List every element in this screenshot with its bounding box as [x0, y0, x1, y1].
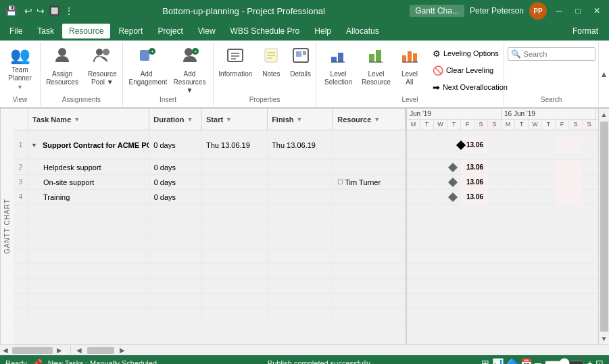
gantt-h-scroll-thumb[interactable]	[87, 347, 114, 354]
table-row[interactable]: 2 Helpdesk support 0 days	[14, 160, 406, 175]
format-tab[interactable]: Format	[566, 25, 605, 37]
task-name-header[interactable]: Task Name ▼	[28, 109, 149, 130]
gcol-2	[420, 138, 434, 153]
table-row[interactable]: 1 ▼ Support Contract for ACME PO#1234 0 …	[14, 130, 406, 160]
menu-report[interactable]: Report	[112, 24, 149, 38]
table-row-empty[interactable]	[14, 294, 406, 309]
menu-file[interactable]: File	[3, 24, 29, 38]
table-row-empty[interactable]	[14, 219, 406, 234]
menu-project[interactable]: Project	[151, 24, 189, 38]
day-T1: T	[420, 120, 434, 130]
menu-view[interactable]: View	[191, 24, 222, 38]
resource-pool-btn[interactable]: ResourcePool ▼	[84, 43, 121, 88]
scroll-left-btn[interactable]: ◀	[0, 346, 11, 354]
level-resource-btn[interactable]: LevelResource	[358, 43, 395, 88]
table-row-empty[interactable]	[14, 264, 406, 279]
status-left: Ready 📌 New Tasks : Manually Scheduled	[5, 359, 157, 364]
scroll-down-btn[interactable]: ▼	[599, 333, 609, 344]
row-1-resource	[333, 130, 406, 159]
row-2-task: Helpdesk support	[28, 160, 150, 174]
minimize-btn[interactable]: ─	[552, 4, 566, 18]
gcol-10	[529, 138, 542, 153]
user-avatar[interactable]: PP	[529, 2, 547, 20]
h-scroll-thumb[interactable]	[12, 347, 53, 354]
leveling-options-btn[interactable]: ⚙ Leveling Options	[429, 46, 512, 61]
collapse-icon[interactable]: ▼	[31, 142, 37, 149]
gantt-scroll-left-btn[interactable]: ◀	[74, 346, 84, 354]
split-container: GANTT CHART Task Name ▼ Duration ▼ Start…	[0, 109, 609, 344]
menu-allocatus[interactable]: Allocatus	[339, 24, 386, 38]
gantt-row-empty	[407, 205, 598, 219]
properties-group-label: Properties	[218, 95, 312, 105]
duration-header[interactable]: Duration ▼	[149, 109, 202, 130]
fit-icon[interactable]: ⊡	[595, 358, 604, 364]
table-rows: 1 ▼ Support Contract for ACME PO#1234 0 …	[14, 130, 406, 344]
zoom-in-icon[interactable]: +	[587, 358, 593, 364]
add-engagement-btn[interactable]: + AddEngagement	[126, 43, 168, 88]
close-btn[interactable]: ✕	[590, 4, 604, 18]
status-network-icon[interactable]: 🔷	[506, 358, 518, 364]
ribbon-scroll-btn[interactable]: ▲	[599, 42, 609, 106]
next-overallocation-btn[interactable]: ➡ Next Overallocation	[429, 80, 512, 95]
task-path-btn[interactable]: 🔲	[49, 5, 60, 16]
table-row[interactable]: 3 On-site support 0 days ☐Tim Turner	[14, 175, 406, 190]
menu-task[interactable]: Task	[30, 24, 61, 38]
resource-header[interactable]: Resource ▼	[333, 109, 406, 130]
gantt-row-1: 13.06	[407, 130, 598, 160]
scroll-up-btn[interactable]: ▲	[599, 109, 609, 120]
scroll-right-btn[interactable]: ▶	[54, 346, 65, 354]
level-all-btn[interactable]: LevelAll	[396, 43, 423, 88]
row-2-start	[202, 160, 268, 174]
status-calendar-icon[interactable]: 📅	[520, 358, 532, 364]
redo-btn[interactable]: ↪	[36, 5, 45, 16]
table-row-empty[interactable]	[14, 309, 406, 323]
svg-point-2	[103, 49, 109, 55]
maximize-btn[interactable]: □	[571, 4, 585, 18]
start-header[interactable]: Start ▼	[202, 109, 268, 130]
table-row-empty[interactable]	[14, 279, 406, 294]
scroll-thumb[interactable]	[600, 122, 608, 332]
svg-rect-3	[140, 50, 149, 61]
details-btn[interactable]: Details	[286, 43, 315, 88]
view-group-label: View	[4, 95, 36, 105]
task-mode-icon: 📌	[32, 359, 43, 364]
status-gantt-icon[interactable]: 📊	[492, 358, 504, 364]
menu-wbs[interactable]: WBS Schedule Pro	[224, 24, 307, 38]
row-1-duration: 0 days	[149, 130, 202, 159]
assign-resources-btn[interactable]: AssignResources	[42, 43, 82, 88]
search-input[interactable]	[524, 50, 591, 58]
horizontal-scrollbar[interactable]: ◀ ▶ ◀ ▶	[0, 344, 609, 355]
add-resources-btn[interactable]: + AddResources ▼	[169, 43, 211, 88]
finish-header[interactable]: Finish ▼	[268, 109, 333, 130]
level-selection-btn[interactable]: LevelSelection	[320, 43, 356, 88]
assignments-group-label: Assignments	[45, 95, 118, 105]
gcol-13	[569, 138, 583, 153]
table-row-empty[interactable]	[14, 249, 406, 264]
information-btn[interactable]: Information	[214, 43, 256, 88]
right-pane: Jun '19 16 Jun '19 M T W T F S S M T W T…	[407, 109, 598, 344]
svg-rect-29	[413, 53, 417, 62]
gantt-scroll-right-btn[interactable]: ▶	[117, 346, 128, 354]
save-icon[interactable]: 💾	[5, 5, 16, 16]
more-btn[interactable]: ⋮	[64, 5, 74, 16]
table-row-empty[interactable]	[14, 234, 406, 249]
gantt-row-empty	[407, 279, 598, 294]
team-planner-btn[interactable]: 👥 TeamPlanner ▼	[4, 43, 35, 88]
row-1-task: ▼ Support Contract for ACME PO#1234	[28, 130, 149, 159]
zoom-slider[interactable]	[544, 360, 585, 364]
undo-btn[interactable]: ↩	[24, 5, 32, 16]
zoom-out-icon[interactable]: ─	[535, 358, 541, 364]
vertical-scrollbar[interactable]: ▲ ▼	[598, 109, 609, 344]
day-S4: S	[583, 120, 596, 130]
menu-resource[interactable]: Resource	[62, 24, 110, 38]
clear-leveling-btn[interactable]: 🚫 Clear Leveling	[429, 63, 512, 78]
menu-help[interactable]: Help	[308, 24, 338, 38]
notes-btn[interactable]: Notes	[258, 43, 285, 88]
table-row[interactable]: 4 Training 0 days	[14, 190, 406, 205]
level-selection-icon	[329, 46, 348, 69]
status-grid-icon[interactable]: ⊞	[481, 358, 489, 364]
row-4-finish	[268, 190, 333, 204]
table-row-empty[interactable]	[14, 205, 406, 219]
gantt-chart-body: 13.06	[407, 130, 598, 344]
level-group-label: Level	[320, 95, 500, 105]
